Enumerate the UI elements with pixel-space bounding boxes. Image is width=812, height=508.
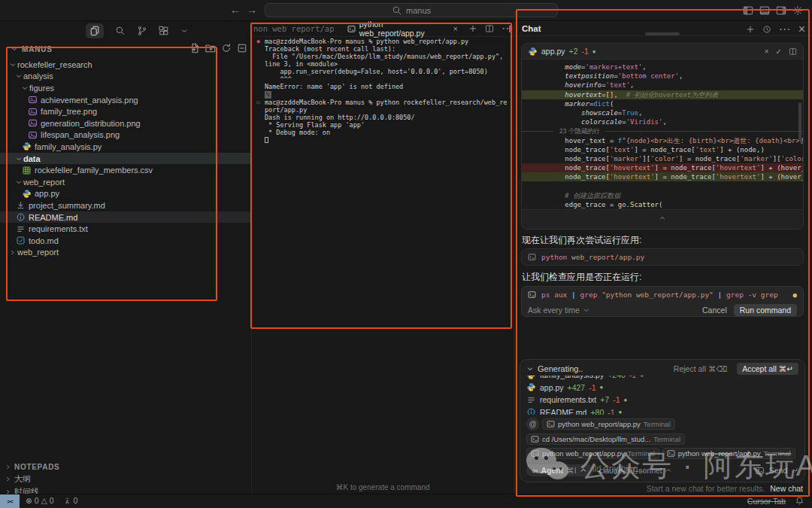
chevron-down-icon[interactable] (526, 365, 534, 373)
tree-item[interactable]: analysis (0, 71, 251, 83)
toggle-right-panel-icon[interactable] (776, 5, 786, 16)
diff-card-header[interactable]: app.py +2 -1 ● × ✓ (522, 44, 803, 59)
tree-item[interactable]: requirements.txt (0, 223, 251, 235)
agent-mode-pill[interactable]: ∞ Agent ⌘I (526, 464, 593, 476)
command-block-2[interactable]: ps aux | grep "python web_report/app.py"… (522, 287, 803, 303)
py-icon (21, 189, 32, 199)
run-command-button[interactable]: Run command (734, 304, 797, 316)
more-views-chevron-icon[interactable] (180, 27, 188, 35)
tree-item[interactable]: generation_distribution.png (0, 117, 251, 129)
tree-item[interactable]: rockefeller_research (0, 59, 251, 71)
chat-close-icon[interactable]: × (798, 23, 805, 35)
sidebar-item-outline[interactable]: 大纲 (0, 473, 251, 486)
tree-item[interactable]: app.py (0, 188, 251, 200)
infoicon-icon (526, 407, 536, 415)
settings-gear-icon[interactable] (792, 5, 803, 16)
tree-item[interactable]: data (0, 153, 251, 165)
diff-file-name: app.py (541, 47, 565, 56)
refresh-explorer-icon[interactable] (221, 43, 232, 53)
context-chip[interactable]: python web_report/app.pyTerminal (526, 448, 659, 459)
tree-item[interactable]: family_analysis.py (0, 141, 251, 153)
code-scrollbar[interactable] (798, 102, 801, 141)
reject-file-icon[interactable]: × (765, 47, 769, 56)
chat-tab-title[interactable]: Chat (522, 24, 541, 33)
activity-bar (86, 23, 188, 39)
accept-file-icon[interactable]: ✓ (776, 47, 782, 56)
ports-indicator[interactable]: 0 (63, 496, 78, 505)
nav-forward-icon[interactable]: → (247, 4, 257, 16)
chevron-right-icon (5, 476, 11, 482)
attach-image-icon[interactable] (755, 466, 765, 476)
source-control-icon[interactable] (137, 26, 147, 36)
command-block-1[interactable]: python web_report/app.py (521, 248, 804, 266)
todo-icon (15, 236, 26, 245)
tab-overflow[interactable]: non web_report/app.py (253, 24, 334, 33)
python-file-icon (528, 47, 538, 56)
panel-drag-handle[interactable] (645, 32, 680, 35)
tab-terminal-active[interactable]: python web_report/app.py × (347, 20, 458, 38)
tree-item[interactable]: family_tree.png (0, 105, 251, 117)
search-label: manus (406, 6, 431, 15)
explorer-icon[interactable] (86, 23, 104, 38)
sidebar-item-notepads[interactable]: NOTEPADS (0, 461, 251, 473)
search-view-icon[interactable] (115, 26, 126, 36)
reject-all-button[interactable]: Reject all ⌘⌫ (674, 364, 727, 373)
add-context-button[interactable]: @ (526, 418, 539, 430)
notifications-bell-icon[interactable] (795, 496, 804, 506)
diff-code[interactable]: mode='markers+text', textposition='botto… (522, 59, 803, 209)
collapse-folders-icon[interactable] (237, 43, 247, 53)
command-center-search[interactable]: manus (265, 3, 558, 17)
tab-close-icon[interactable]: × (453, 24, 458, 33)
tree-item[interactable]: web_report (0, 176, 251, 188)
changed-file-row[interactable]: README.md+80-1● (526, 406, 798, 415)
split-terminal-icon[interactable] (485, 23, 494, 35)
tree-item[interactable]: lifespan_analysis.png (0, 129, 251, 141)
send-button[interactable]: Send ↵ (755, 466, 798, 476)
new-folder-icon[interactable] (205, 43, 216, 53)
changed-file-row[interactable]: family_analysis.py+240-1● (526, 376, 798, 382)
scrollbar-error-mark (509, 26, 511, 32)
more-actions-icon[interactable]: ··· (501, 23, 514, 35)
toggle-left-panel-icon[interactable] (743, 5, 753, 16)
ask-every-time-dropdown[interactable]: Ask every time (528, 306, 590, 315)
model-selector[interactable]: claude-3.7-sonnet (599, 466, 672, 475)
open-diff-icon[interactable] (789, 47, 797, 56)
toggle-bottom-panel-icon[interactable] (759, 5, 770, 16)
chat-history-icon[interactable] (762, 23, 771, 35)
cancel-button[interactable]: Cancel (702, 306, 727, 315)
new-chat-hint: Start a new chat for better results.New … (647, 484, 803, 493)
termchip-icon (667, 449, 675, 458)
collapse-diff-chevron[interactable] (522, 209, 803, 226)
imgfile-icon (27, 118, 38, 128)
tree-item[interactable]: web_report (0, 247, 251, 259)
titlebar: ← → manus (0, 0, 812, 21)
extensions-icon[interactable] (159, 26, 169, 36)
terminal-output[interactable]: ◉mac@zzddeMacBook-Pro manus % python web… (252, 38, 514, 482)
py-icon (526, 382, 536, 392)
context-chip[interactable]: python web_report/app.pyTerminal (662, 448, 795, 459)
new-chat-icon[interactable] (746, 23, 755, 35)
cursor-tab-toggle[interactable]: Cursor Tab (747, 497, 786, 506)
assistant-message: 现在让我们再次尝试运行应用: (522, 234, 641, 247)
remote-indicator[interactable]: >< (0, 494, 20, 508)
tree-item[interactable]: figures (0, 82, 251, 94)
context-chip[interactable]: python web_report/app.pyTerminal (542, 418, 675, 430)
tree-item[interactable]: README.md (0, 211, 251, 224)
problems-indicator[interactable]: ⊗ 0 △ 0 (26, 496, 54, 505)
terminal-tabbar: non web_report/app.py python web_report/… (252, 21, 514, 37)
tree-item[interactable]: achievement_analysis.png (0, 94, 251, 106)
new-chat-button[interactable]: New chat (770, 484, 803, 493)
section-chevron-icon[interactable] (11, 45, 18, 53)
nav-back-icon[interactable]: ← (230, 4, 241, 16)
accept-all-button[interactable]: Accept all ⌘↵ (737, 363, 798, 375)
new-file-icon[interactable] (189, 43, 200, 53)
context-chip[interactable]: cd /Users/mac/Desktop/llm_stud...Termina… (526, 433, 685, 445)
changed-file-row[interactable]: app.py+427-1● (526, 382, 798, 394)
changed-file-row[interactable]: requirements.txt+7-1● (526, 394, 798, 406)
tree-item[interactable]: todo.md (0, 235, 251, 247)
tree-item[interactable]: project_summary.md (0, 199, 251, 211)
new-terminal-icon[interactable] (468, 23, 477, 35)
tree-item[interactable]: rockefeller_family_members.csv (0, 164, 251, 176)
chat-more-icon[interactable]: ··· (779, 23, 791, 35)
txt-icon (15, 224, 26, 234)
